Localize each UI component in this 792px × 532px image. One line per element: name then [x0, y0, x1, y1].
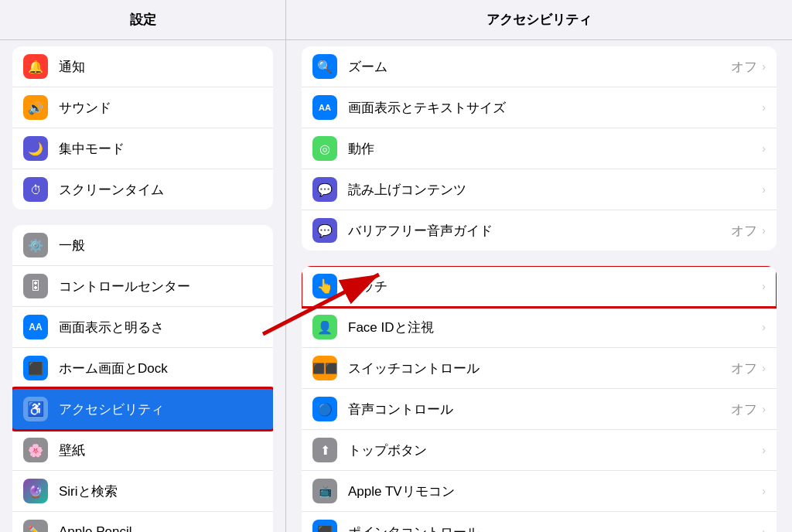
- pointer-icon: ⬛: [312, 520, 337, 532]
- audiodesc-chevron: ›: [762, 224, 766, 237]
- sidebar-item-notifications[interactable]: 🔔 通知: [12, 46, 273, 87]
- header: 設定 アクセシビリティ: [0, 0, 792, 40]
- apple-tv-icon: 📺: [312, 479, 337, 503]
- motion-chevron: ›: [762, 142, 766, 155]
- panel-item-apple-tv[interactable]: 📺 Apple TVリモコン ›: [302, 471, 777, 512]
- zoom-chevron: ›: [762, 60, 766, 73]
- faceid-gaze-chevron: ›: [762, 321, 766, 333]
- sidebar-item-display[interactable]: AA 画面表示と明るさ: [12, 307, 273, 348]
- display-icon: AA: [23, 315, 48, 339]
- sidebar-item-general[interactable]: ⚙️ 一般: [12, 225, 273, 266]
- touch-icon: 👆: [312, 274, 337, 298]
- spoken-chevron: ›: [762, 183, 766, 196]
- controlcenter-icon: 🎛: [23, 274, 48, 298]
- panel-item-zoom[interactable]: 🔍 ズーム オフ ›: [302, 46, 777, 87]
- sidebar-group-2: ⚙️ 一般 🎛 コントロールセンター AA 画面表示と明るさ ⬛ ホーム画面とD…: [12, 225, 273, 532]
- zoom-label: ズーム: [348, 58, 731, 76]
- general-label: 一般: [59, 237, 85, 254]
- pointer-chevron: ›: [762, 526, 766, 532]
- right-panel: 🔍 ズーム オフ › AA 画面表示とテキストサイズ › ◎ 動作 › �: [286, 40, 792, 532]
- notifications-label: 通知: [59, 58, 85, 76]
- sidebar-item-focus[interactable]: 🌙 集中モード: [12, 128, 273, 169]
- voice-control-label: 音声コントロール: [348, 401, 731, 418]
- siri-label: Siriと検索: [59, 483, 118, 500]
- wallpaper-label: 壁紙: [59, 442, 85, 459]
- panel-item-touch[interactable]: 👆 タッチ ›: [302, 266, 777, 307]
- sidebar-item-homescreen[interactable]: ⬛ ホーム画面とDock: [12, 348, 273, 389]
- display-text-icon: AA: [312, 95, 337, 120]
- panel-item-display-text[interactable]: AA 画面表示とテキストサイズ ›: [302, 87, 777, 128]
- screentime-icon: ⏱: [23, 177, 48, 202]
- top-button-chevron: ›: [762, 444, 766, 456]
- panel-item-top-button[interactable]: ⬆ トップボタン ›: [302, 430, 777, 471]
- panel-group-1: 🔍 ズーム オフ › AA 画面表示とテキストサイズ › ◎ 動作 › �: [302, 46, 777, 251]
- sidebar-item-wallpaper[interactable]: 🌸 壁紙: [12, 430, 273, 471]
- accessibility-label: アクセシビリティ: [59, 401, 164, 418]
- switch-control-icon: ⬛⬛: [312, 356, 337, 380]
- siri-icon: 🔮: [23, 479, 48, 503]
- motion-label: 動作: [348, 140, 762, 158]
- switch-control-chevron: ›: [762, 362, 766, 374]
- top-button-icon: ⬆: [312, 438, 337, 462]
- zoom-icon: 🔍: [312, 54, 337, 79]
- header-left-title: 設定: [0, 0, 286, 39]
- focus-icon: 🌙: [23, 136, 48, 161]
- sidebar-item-sounds[interactable]: 🔊 サウンド: [12, 87, 273, 128]
- panel-item-faceid-gaze[interactable]: 👤 Face IDと注視 ›: [302, 307, 777, 348]
- pointer-label: ポインタコントロール: [348, 523, 762, 533]
- panel-item-audiodesc[interactable]: 💬 バリアフリー音声ガイド オフ ›: [302, 210, 777, 251]
- general-icon: ⚙️: [23, 233, 48, 257]
- notifications-icon: 🔔: [23, 54, 48, 79]
- motion-icon: ◎: [312, 136, 337, 161]
- controlcenter-label: コントロールセンター: [59, 278, 190, 295]
- panel-item-voice-control[interactable]: 🔵 音声コントロール オフ ›: [302, 389, 777, 430]
- panel-group-2: 👆 タッチ › 👤 Face IDと注視 › ⬛⬛ スイッチコントロール オフ …: [302, 266, 777, 532]
- apple-tv-chevron: ›: [762, 485, 766, 497]
- panel-item-switch-control[interactable]: ⬛⬛ スイッチコントロール オフ ›: [302, 348, 777, 389]
- homescreen-icon: ⬛: [23, 356, 48, 380]
- panel-item-motion[interactable]: ◎ 動作 ›: [302, 128, 777, 169]
- switch-control-label: スイッチコントロール: [348, 360, 731, 377]
- sidebar-item-controlcenter[interactable]: 🎛 コントロールセンター: [12, 266, 273, 307]
- voice-control-icon: 🔵: [312, 397, 337, 421]
- display-text-chevron: ›: [762, 101, 766, 114]
- sounds-icon: 🔊: [23, 95, 48, 120]
- screentime-label: スクリーンタイム: [59, 181, 164, 199]
- audiodesc-value: オフ: [731, 222, 757, 240]
- panel-item-pointer[interactable]: ⬛ ポインタコントロール ›: [302, 512, 777, 532]
- faceid-gaze-icon: 👤: [312, 315, 337, 339]
- display-text-label: 画面表示とテキストサイズ: [348, 99, 762, 117]
- focus-label: 集中モード: [59, 140, 125, 158]
- display-label: 画面表示と明るさ: [59, 319, 164, 336]
- sidebar-group-1: 🔔 通知 🔊 サウンド 🌙 集中モード ⏱ スクリーンタイム: [12, 46, 273, 210]
- zoom-value: オフ: [731, 58, 757, 76]
- top-button-label: トップボタン: [348, 442, 762, 459]
- touch-chevron: ›: [762, 280, 766, 292]
- accessibility-icon: ♿: [23, 397, 48, 421]
- homescreen-label: ホーム画面とDock: [59, 360, 168, 377]
- sidebar-item-pencil[interactable]: ✏️ Apple Pencil: [12, 512, 273, 532]
- audiodesc-icon: 💬: [312, 218, 337, 243]
- spoken-label: 読み上げコンテンツ: [348, 181, 762, 199]
- wallpaper-icon: 🌸: [23, 438, 48, 462]
- pencil-sidebar-icon: ✏️: [23, 520, 48, 532]
- pencil-label: Apple Pencil: [59, 524, 132, 532]
- voice-control-chevron: ›: [762, 403, 766, 415]
- sidebar-item-screentime[interactable]: ⏱ スクリーンタイム: [12, 169, 273, 210]
- voice-control-value: オフ: [731, 401, 757, 418]
- header-right-title: アクセシビリティ: [286, 0, 792, 39]
- panel-item-spoken[interactable]: 💬 読み上げコンテンツ ›: [302, 169, 777, 210]
- sidebar-item-accessibility[interactable]: ♿ アクセシビリティ: [12, 389, 273, 430]
- apple-tv-label: Apple TVリモコン: [348, 483, 762, 500]
- faceid-gaze-label: Face IDと注視: [348, 319, 762, 336]
- touch-label: タッチ: [348, 278, 762, 295]
- spoken-icon: 💬: [312, 177, 337, 202]
- audiodesc-label: バリアフリー音声ガイド: [348, 222, 731, 240]
- sidebar-item-siri[interactable]: 🔮 Siriと検索: [12, 471, 273, 512]
- switch-control-value: オフ: [731, 360, 757, 377]
- sounds-label: サウンド: [59, 99, 111, 117]
- sidebar: 🔔 通知 🔊 サウンド 🌙 集中モード ⏱ スクリーンタイム: [0, 40, 286, 532]
